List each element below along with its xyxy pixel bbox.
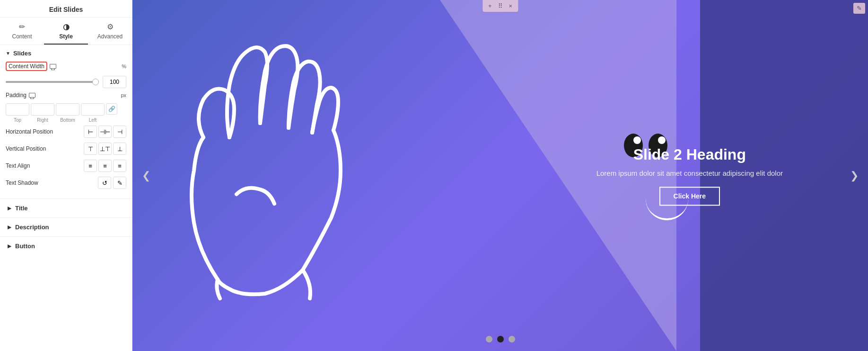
slide-content: Slide 2 Heading Lorem ipsum dolor sit am… [596,145,783,206]
h-pos-left-btn[interactable]: ⊢ [84,126,97,138]
description-section: ▶ Description [0,217,132,236]
slides-arrow-icon: ▼ [6,51,10,56]
title-section-label: Title [15,205,28,212]
tab-style-label: Style [59,33,73,40]
slide-description: Lorem ipsum dolor sit amet consectetur a… [596,169,783,177]
h-position-text: Horizontal Position [6,128,53,135]
padding-left-label: Left [81,117,105,123]
text-shadow-reset-btn[interactable]: ↺ [98,177,111,189]
slides-section-header[interactable]: ▼ Slides [0,45,132,62]
monitor-icon [50,64,56,69]
description-section-label: Description [15,224,49,231]
prev-slide-btn[interactable]: ❮ [137,165,155,187]
padding-link-icon[interactable]: 🔗 [106,103,117,115]
padding-controls: px [121,92,126,98]
text-shadow-text: Text Shadow [6,180,38,186]
h-pos-center-btn[interactable]: ⊣⊢ [98,126,112,138]
padding-unit[interactable]: px [121,92,126,98]
padding-monitor-icon [29,93,35,98]
h-position-label: Horizontal Position [6,128,84,135]
v-position-buttons: ⊤ ⊥⊤ ⊥ [84,143,126,155]
padding-bottom-label: Bottom [56,117,79,123]
remove-slide-btn[interactable]: × [507,1,515,10]
content-width-label: Content Width [6,62,122,71]
padding-label: Padding [6,92,121,99]
padding-left-input[interactable] [81,103,105,116]
h-position-row: Horizontal Position ⊢ ⊣⊢ ⊣ [6,126,126,138]
button-arrow-icon: ▶ [8,243,11,249]
v-position-label: Vertical Position [6,145,84,152]
dot-1[interactable] [486,336,492,342]
button-section-header[interactable]: ▶ Button [0,237,132,255]
slide-container: Slide 2 Heading Lorem ipsum dolor sit am… [132,0,868,351]
move-slide-btn[interactable]: ⠿ [496,1,505,10]
dot-2[interactable] [497,336,504,342]
slider-thumb[interactable] [92,79,99,85]
slide-cta-button[interactable]: Click Here [659,187,720,206]
padding-right-input[interactable] [31,103,54,116]
padding-labels-row: Top Right Bottom Left [6,117,126,123]
padding-bottom-input[interactable] [56,103,79,116]
padding-top-label: Top [6,117,29,123]
text-align-left-btn[interactable]: ≡ [84,160,97,172]
text-align-row: Text Align ≡ ≡ ≡ [6,160,126,172]
dot-3[interactable] [509,336,515,342]
v-position-text: Vertical Position [6,145,46,152]
slide-top-controls: + ⠿ × [482,0,518,12]
v-pos-middle-btn[interactable]: ⊥⊤ [98,143,112,155]
button-section: ▶ Button [0,236,132,255]
content-width-controls: % [122,63,126,69]
slide-background: Slide 2 Heading Lorem ipsum dolor sit am… [132,0,868,351]
content-width-unit[interactable]: % [122,63,126,69]
description-arrow-icon: ▶ [8,225,11,230]
text-align-center-btn[interactable]: ≡ [98,160,112,172]
slides-section-label: Slides [13,50,31,57]
text-shadow-edit-btn[interactable]: ✎ [113,177,126,189]
h-position-buttons: ⊢ ⊣⊢ ⊣ [84,126,126,138]
v-pos-bottom-btn[interactable]: ⊥ [113,143,126,155]
padding-row: Padding px [6,92,126,99]
padding-top-input[interactable] [6,103,29,116]
v-position-row: Vertical Position ⊤ ⊥⊤ ⊥ [6,143,126,155]
left-panel: Edit Slides ✏ Content ◑ Style ⚙ Advanced… [0,0,132,351]
v-pos-top-btn[interactable]: ⊤ [84,143,97,155]
edit-corner-btn[interactable]: ✎ [853,3,865,14]
text-shadow-controls: ↺ ✎ [98,177,126,189]
tabs-row: ✏ Content ◑ Style ⚙ Advanced [0,18,132,45]
content-width-slider[interactable] [6,81,99,83]
title-arrow-icon: ▶ [8,206,11,211]
text-align-text: Text Align [6,162,30,169]
h-pos-right-btn[interactable]: ⊣ [113,126,126,138]
content-width-text: Content Width [6,62,47,71]
description-section-header[interactable]: ▶ Description [0,218,132,236]
add-slide-btn[interactable]: + [486,1,494,10]
slider-fill [6,81,99,83]
content-width-input[interactable] [103,76,126,88]
padding-inputs-row: 🔗 [6,103,126,116]
panel-title: Edit Slides [0,0,132,18]
title-section-header[interactable]: ▶ Title [0,199,132,217]
slide-heading: Slide 2 Heading [596,145,783,163]
content-width-row: Content Width % [6,62,126,71]
edit-corner-icon: ✎ [857,5,862,12]
text-align-right-btn[interactable]: ≡ [113,160,126,172]
text-shadow-label: Text Shadow [6,180,98,186]
text-shadow-row: Text Shadow ↺ ✎ [6,177,126,189]
content-width-slider-row [6,76,126,88]
button-section-label: Button [15,243,35,250]
canvas-area: + ⠿ × ✎ [132,0,868,351]
advanced-icon: ⚙ [107,22,114,31]
tab-style[interactable]: ◑ Style [44,18,88,45]
padding-right-label: Right [31,117,54,123]
next-slide-btn[interactable]: ❯ [845,165,863,187]
title-section: ▶ Title [0,198,132,217]
padding-inputs-group: 🔗 [6,103,126,116]
tab-advanced[interactable]: ⚙ Advanced [88,18,132,45]
slide-dots [486,336,515,342]
text-align-label: Text Align [6,162,84,169]
padding-text: Padding [6,92,26,99]
tab-content[interactable]: ✏ Content [0,18,44,45]
text-align-buttons: ≡ ≡ ≡ [84,160,126,172]
slides-section-content: Content Width % Padding px [0,62,132,198]
tab-advanced-label: Advanced [97,33,123,40]
